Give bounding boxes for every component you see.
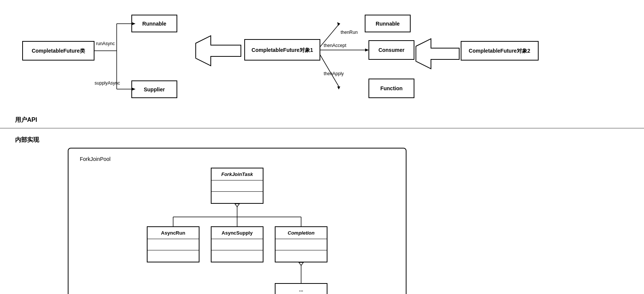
ellipsis-class-wrapper: ... <box>275 283 327 294</box>
bottom-section: 内部实现 ForkJoinPool ForkJoinTask <box>0 128 644 294</box>
runnable-top-label: Runnable <box>142 21 166 27</box>
async-run-section1 <box>148 239 199 250</box>
inheritance-arrow-svg <box>143 204 331 226</box>
async-run-section2 <box>148 250 199 262</box>
async-supply-section2 <box>212 250 263 262</box>
ellipsis-class: ... <box>275 283 327 294</box>
fork-join-pool-container: ForkJoinPool ForkJoinTask <box>68 148 406 294</box>
async-supply-class: AsyncSupply <box>211 226 263 262</box>
then-accept-label: thenAccept <box>324 43 347 48</box>
completion-name: Completion <box>276 227 327 239</box>
svg-marker-17 <box>337 86 340 89</box>
async-run-class: AsyncRun <box>147 226 199 262</box>
bottom-inner: ForkJoinTask <box>80 168 394 294</box>
async-supply-section1 <box>212 239 263 250</box>
internal-impl-label: 内部实现 <box>15 136 629 144</box>
fork-join-task-class: ForkJoinTask <box>211 168 263 204</box>
svg-marker-21 <box>416 39 459 69</box>
svg-marker-30 <box>299 262 303 265</box>
async-supply-name: AsyncSupply <box>212 227 263 239</box>
svg-marker-15 <box>365 48 369 52</box>
completion-inheritance-svg <box>143 262 331 283</box>
completable-future-class-label: CompletableFuture类 <box>32 48 85 54</box>
svg-line-16 <box>320 55 339 86</box>
runnable-right-label: Runnable <box>376 21 400 27</box>
then-apply-label: thenApply <box>324 71 344 76</box>
completable-future-obj1-label: CompletableFuture对象1 <box>251 47 313 53</box>
top-diagram-svg: CompletableFuture类 Runnable Supplier run… <box>0 0 621 117</box>
completion-class: Completion <box>275 226 327 262</box>
fork-join-task-name: ForkJoinTask <box>212 168 263 180</box>
fork-join-pool-label: ForkJoinPool <box>80 156 394 162</box>
async-run-name: AsyncRun <box>148 227 199 239</box>
ellipsis-name: ... <box>276 284 327 294</box>
completable-future-obj2-label: CompletableFuture对象2 <box>469 48 530 54</box>
svg-marker-10 <box>196 36 241 66</box>
completion-section1 <box>276 239 327 250</box>
fork-join-task-section1 <box>212 180 263 192</box>
fork-join-task-section2 <box>212 192 263 203</box>
then-run-label: thenRun <box>341 30 358 35</box>
supplier-label: Supplier <box>144 86 165 92</box>
subclasses-row: AsyncRun AsyncSupply Completion <box>147 226 327 262</box>
run-async-label: runAsync <box>96 41 115 46</box>
completion-section2 <box>276 250 327 262</box>
consumer-label: Consumer <box>378 47 405 53</box>
function-label: Function <box>380 85 402 91</box>
bottom-diagram: ForkJoinPool ForkJoinTask <box>68 148 406 294</box>
user-api-label: 用户API <box>15 116 37 124</box>
supply-async-label: supplyAsync <box>94 80 120 86</box>
svg-marker-24 <box>235 204 239 207</box>
top-section: CompletableFuture类 Runnable Supplier run… <box>0 0 644 128</box>
